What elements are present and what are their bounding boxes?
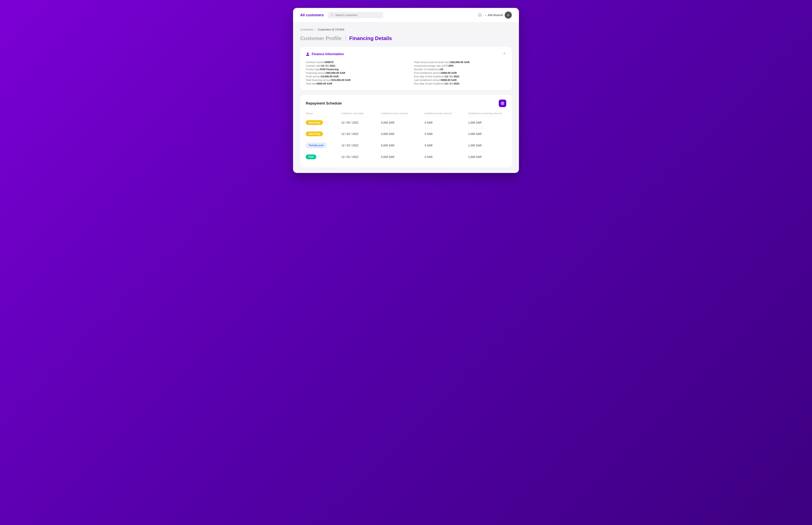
avatar: A — [505, 12, 512, 19]
finance-info-card: Finance Information Contract number00067… — [300, 47, 512, 90]
due-date-cell: 12 / 04 / 2022 — [341, 132, 381, 135]
field-value: 500,000.00 SAR — [326, 71, 345, 74]
person-icon — [306, 52, 310, 56]
field-value: 12 / 3 / 2023 — [445, 82, 459, 85]
user-info[interactable]: ▾ Afaf Alsamel A — [485, 12, 512, 19]
paid-amount-cell: 0 SAR — [425, 132, 468, 135]
card-title-group: Finance Information — [306, 52, 344, 56]
finance-cell: Contract date12 / 5 / 2021 — [306, 64, 406, 68]
schedule-title: Repayment Schedule — [306, 101, 342, 106]
field-label: Total fees — [306, 82, 317, 85]
finance-cell: Total financing amount515,000.00 SAR — [306, 78, 406, 82]
finance-cell: Due date of last installment12 / 3 / 202… — [406, 82, 506, 85]
finance-cell: Total fees5000.00 SAR — [306, 82, 406, 85]
export-button[interactable] — [499, 100, 506, 107]
paid-amount-cell: 0 SAR — [425, 121, 468, 124]
search-bar[interactable] — [328, 12, 383, 18]
field-label: Financing amount — [306, 71, 326, 74]
search-input[interactable] — [335, 14, 380, 17]
header: All customers ▾ Afaf Alsamel A — [293, 8, 519, 22]
schedule-header: Repayment Schedule — [306, 100, 506, 107]
field-value: 520,000.00 SAR — [450, 61, 469, 64]
due-date-cell: 12 / 05 / 2022 — [341, 121, 381, 124]
remaining-cell: 1,000 SAR — [468, 121, 506, 124]
remaining-cell: 1,000 SAR — [468, 155, 506, 159]
svg-line-1 — [333, 16, 333, 16]
finance-cell: Profit amount15,000.00 SAR — [306, 75, 406, 78]
finance-fields-grid: Contract number000675Total amount paid (… — [306, 60, 506, 85]
field-label: Profit amount — [306, 75, 321, 78]
table-column-header: Status — [306, 112, 341, 115]
field-value: POS Financing — [320, 68, 339, 71]
status-badge: Partially paid — [306, 143, 327, 148]
finance-cell: Product typePOS Financing — [306, 68, 406, 71]
svg-point-0 — [331, 14, 333, 16]
status-badge: Paid — [306, 154, 316, 159]
field-label: Product type — [306, 68, 320, 71]
chevron-down-icon: ▾ — [485, 14, 486, 16]
paid-amount-cell: 0 SAR — [425, 155, 468, 159]
field-value: 20% — [448, 64, 454, 67]
status-cell: Partially paid — [306, 143, 341, 148]
header-left: All customers — [300, 12, 383, 18]
finance-cell: Last installment amount5000.00 SAR — [406, 78, 506, 82]
field-value: 5000.00 SAR — [317, 82, 332, 85]
page-header: Customer Profile Financing Details — [300, 35, 512, 42]
content-area: Customers › Customers Id 747643 Customer… — [293, 22, 519, 173]
field-label: Total financing amount — [306, 78, 331, 81]
table-column-header: Installment remaining amount — [468, 112, 506, 115]
field-label: Last installment amount — [414, 78, 441, 81]
table-body: Upcoming 12 / 05 / 2022 5,000 SAR 0 SAR … — [306, 117, 506, 163]
table-row: Paid 12 / 02 / 2022 5,000 SAR 0 SAR 1,00… — [306, 151, 506, 163]
table-column-header: Installment due amount — [381, 112, 425, 115]
app-title: All customers — [300, 13, 324, 17]
status-badge: Upcoming — [306, 120, 323, 125]
field-label: Annual percentage rate (APR) — [414, 64, 448, 67]
remaining-cell: 1,000 SAR — [468, 144, 506, 147]
field-label: Due date of first installment — [414, 75, 445, 78]
field-value: 12 / 5 / 2021 — [321, 64, 335, 67]
status-badge: Upcoming — [306, 132, 323, 136]
page-title-profile: Customer Profile — [300, 35, 342, 42]
finance-cell: First installment amount5000.00 SAR — [406, 71, 506, 75]
field-value: 12 / 3 / 2021 — [445, 75, 459, 78]
finance-cell: Due date of first installment12 / 3 / 20… — [406, 75, 506, 78]
bell-icon[interactable] — [478, 13, 482, 17]
field-label: Due date of last installment — [414, 82, 445, 85]
field-value: 515,000.00 SAR — [331, 78, 350, 81]
collapse-button[interactable] — [503, 52, 506, 56]
paid-amount-cell: 0 SAR — [425, 144, 468, 147]
page-title-financing: Financing Details — [349, 35, 392, 42]
table-row: Partially paid 12 / 03 / 2022 5,000 SAR … — [306, 140, 506, 151]
finance-cell: Number of installments24 — [406, 68, 506, 71]
breadcrumb-separator: › — [315, 28, 316, 31]
table-row: Upcoming 12 / 05 / 2022 5,000 SAR 0 SAR … — [306, 117, 506, 128]
user-name-label: Afaf Alsamel — [488, 14, 503, 17]
field-label: Total amount paid (include fees) — [414, 61, 450, 64]
page-header-divider — [345, 35, 346, 42]
field-value: 24 — [440, 68, 443, 71]
field-label: First installment amount — [414, 71, 441, 74]
due-amount-cell: 5,000 SAR — [381, 144, 425, 147]
remaining-cell: 1,000 SAR — [468, 132, 506, 135]
table-header: StatusCollection due dateInstallment due… — [306, 112, 506, 117]
breadcrumb-current: Customers Id 747643 — [318, 28, 344, 31]
field-value: 5000.00 SAR — [441, 71, 457, 74]
finance-info-title: Finance Information — [312, 52, 344, 56]
card-header: Finance Information — [306, 52, 506, 56]
finance-cell: Annual percentage rate (APR)20% — [406, 64, 506, 68]
table-column-header: Collection due date — [341, 112, 381, 115]
status-cell: Upcoming — [306, 132, 341, 136]
due-date-cell: 12 / 03 / 2022 — [341, 144, 381, 147]
field-label: Contract date — [306, 64, 321, 67]
schedule-card: Repayment Schedule StatusCollection due … — [300, 95, 512, 167]
finance-cell: Total amount paid (include fees)520,000.… — [406, 60, 506, 64]
table-row: Upcoming 12 / 04 / 2022 5,000 SAR 0 SAR … — [306, 128, 506, 140]
search-icon — [330, 14, 334, 17]
svg-rect-2 — [501, 102, 504, 105]
due-amount-cell: 5,000 SAR — [381, 121, 425, 124]
header-right: ▾ Afaf Alsamel A — [478, 12, 512, 19]
breadcrumb-customers[interactable]: Customers — [300, 28, 314, 31]
field-label: Contract number — [306, 61, 325, 64]
due-amount-cell: 5,000 SAR — [381, 132, 425, 135]
